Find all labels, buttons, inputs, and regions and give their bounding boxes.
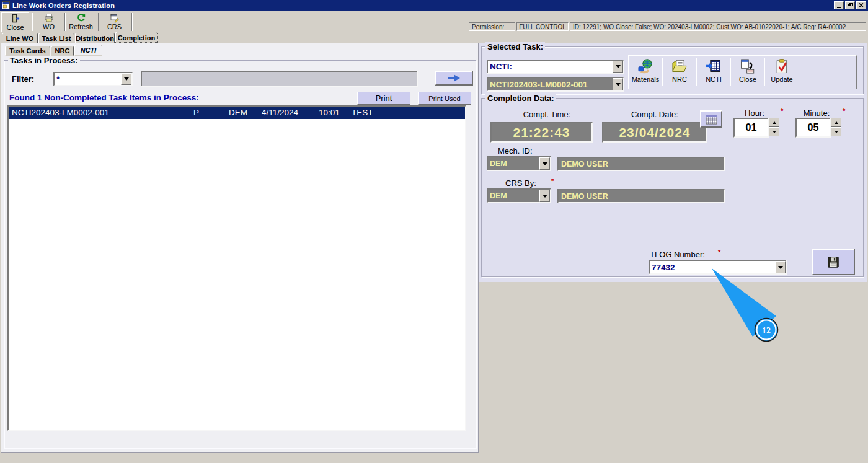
crs-by-value: DEM xyxy=(488,190,539,202)
print-used-button[interactable]: Print Used xyxy=(418,92,471,105)
crs-by-dropdown-button[interactable] xyxy=(539,190,550,202)
mech-id-dropdown-button[interactable] xyxy=(539,157,550,170)
tlog-combobox[interactable]: 77432 xyxy=(649,260,787,275)
tab-completion[interactable]: Completion xyxy=(115,32,157,43)
filter-combobox[interactable]: * xyxy=(53,72,133,86)
refresh-button-label: Refresh xyxy=(69,23,93,30)
save-floppy-icon xyxy=(827,256,839,268)
hour-label: Hour: xyxy=(737,108,772,118)
folder-document-icon xyxy=(671,57,688,76)
ncti-dropdown-button[interactable] xyxy=(613,61,623,73)
ncti-button[interactable]: NCTI xyxy=(698,57,729,87)
spin-up-icon xyxy=(835,121,838,124)
update-button[interactable]: Update xyxy=(766,57,797,87)
hour-up-button[interactable] xyxy=(769,118,779,127)
calendar-button[interactable] xyxy=(700,110,722,128)
materials-globe-hand-icon xyxy=(637,57,653,76)
printer-icon xyxy=(44,12,54,23)
hour-field[interactable]: 01 xyxy=(733,118,769,138)
ncti-combobox[interactable]: NCTI: xyxy=(487,60,624,74)
calendar-icon xyxy=(706,114,717,125)
crs-name-field: DEMO USER xyxy=(557,189,725,203)
materials-button-label: Materials xyxy=(632,76,660,83)
materials-button[interactable]: Materials xyxy=(630,57,661,87)
close-window-button[interactable] xyxy=(856,1,866,9)
task-list-row-selected[interactable]: NCTI202403-LM0002-001 P DEM 4/11/2024 10… xyxy=(9,107,465,119)
refresh-icon xyxy=(76,12,86,23)
selected-task-title: Selected Task: xyxy=(485,42,545,51)
tab-line-wo[interactable]: Line WO xyxy=(2,33,38,43)
mech-id-value: DEM xyxy=(488,157,539,170)
tasks-in-process-group: Tasks in Process: Filter: * Found 1 Non-… xyxy=(4,60,476,448)
row-desc: TEST xyxy=(352,108,373,117)
tab-task-list[interactable]: Task List xyxy=(38,33,74,43)
filter-label: Filter: xyxy=(12,74,34,84)
close-task-button-label: Close xyxy=(739,76,756,83)
update-button-label: Update xyxy=(771,76,792,83)
crs-button-label: CRS xyxy=(107,23,122,30)
spin-down-icon xyxy=(835,131,838,133)
filter-dropdown-button[interactable] xyxy=(121,73,131,85)
row-date: 4/11/2024 xyxy=(262,108,298,117)
refresh-button[interactable]: Refresh xyxy=(67,12,95,32)
print-button[interactable]: Print xyxy=(357,92,410,105)
task-id-combobox[interactable]: NCTI202403-LM0002-001 xyxy=(487,77,624,92)
crs-window-pencil-icon xyxy=(110,12,120,23)
subtab-task-cards[interactable]: Task Cards xyxy=(5,46,50,56)
close-button[interactable]: Close xyxy=(1,12,29,32)
minimize-icon xyxy=(837,7,841,8)
subtab-ncti[interactable]: NCTI xyxy=(74,45,102,56)
minute-down-button[interactable] xyxy=(831,127,841,136)
permission-label: Permission: xyxy=(469,22,515,31)
task-id-dropdown-button[interactable] xyxy=(613,78,623,90)
toolbar-separator xyxy=(32,13,33,31)
restore-icon xyxy=(848,3,852,7)
clipboard-check-icon xyxy=(774,57,790,76)
close-button-label: Close xyxy=(6,24,24,31)
restore-button[interactable] xyxy=(845,1,855,9)
app-icon xyxy=(2,1,10,9)
nrc-button[interactable]: NRC xyxy=(664,57,695,87)
task-items-list[interactable]: NCTI202403-LM0002-001 P DEM 4/11/2024 10… xyxy=(7,105,466,431)
row-time: 10:01 xyxy=(319,108,340,117)
annotation-circle xyxy=(757,320,776,340)
ncti-combobox-value: NCTI: xyxy=(488,61,613,73)
save-button[interactable] xyxy=(812,249,855,275)
close-icon xyxy=(859,3,864,7)
tab-distribution[interactable]: Distribution xyxy=(75,33,115,43)
apply-filter-button[interactable] xyxy=(435,71,473,86)
title-bar: Line Work Orders Registration xyxy=(0,0,868,11)
minute-up-button[interactable] xyxy=(831,118,841,127)
crs-button[interactable]: CRS xyxy=(100,12,128,32)
arrow-right-icon xyxy=(446,74,462,82)
minimize-button[interactable] xyxy=(834,1,844,9)
toolbar-separator xyxy=(131,13,133,31)
subtab-nrc[interactable]: NRC xyxy=(51,46,74,56)
minute-field[interactable]: 05 xyxy=(795,118,831,138)
completion-data-title: Completion Data: xyxy=(485,94,556,103)
found-items-text: Found 1 Non-Completed Task Items in Proc… xyxy=(9,93,199,102)
annotation-step-number: 12 xyxy=(762,326,771,335)
minute-spinner xyxy=(831,118,841,136)
window-title: Line Work Orders Registration xyxy=(12,2,115,9)
hour-down-button[interactable] xyxy=(769,127,779,136)
tlog-dropdown-button[interactable] xyxy=(775,261,786,273)
chevron-down-icon xyxy=(542,162,547,165)
permission-details: ID: 12291; WO Close: False; WO: 202403-L… xyxy=(570,22,866,31)
filter-value: * xyxy=(55,73,121,85)
crs-required-marker: * xyxy=(551,177,554,185)
wo-button[interactable]: WO xyxy=(35,12,63,32)
mech-id-label: Mech. ID: xyxy=(498,146,533,156)
annotation-circle-outline xyxy=(755,319,778,342)
completion-data-group: Completion Data: Compl. Time: 21:22:43 C… xyxy=(481,98,864,277)
spin-down-icon xyxy=(773,131,776,133)
toolbar-separator xyxy=(662,58,663,86)
tasks-group-title: Tasks in Process: xyxy=(8,56,80,65)
ncti-button-label: NCTI xyxy=(706,76,722,83)
crs-by-combobox[interactable]: DEM xyxy=(487,188,551,203)
minute-label: Minute: xyxy=(799,108,834,118)
close-task-button[interactable]: Close xyxy=(732,57,763,87)
exit-door-icon xyxy=(11,13,20,24)
mech-id-combobox[interactable]: DEM xyxy=(487,156,551,171)
compl-time-field: 21:22:43 xyxy=(490,122,593,143)
